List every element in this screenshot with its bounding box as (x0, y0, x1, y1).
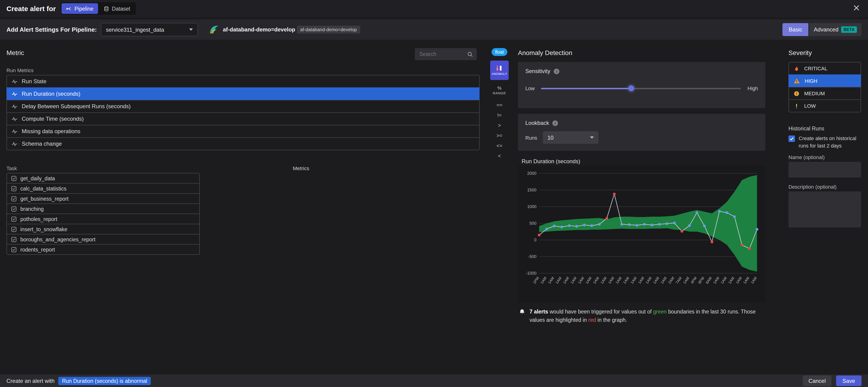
task-icon (11, 186, 17, 191)
note-green-word: green (653, 309, 666, 314)
task-label: calc_data_statistics (20, 186, 66, 191)
target-tab-pipeline[interactable]: Pipeline (62, 3, 98, 14)
slider-thumb[interactable] (628, 85, 634, 91)
target-tab-dataset[interactable]: Dataset (99, 3, 135, 14)
run-metric-row[interactable]: Compute Time (seconds) (6, 112, 479, 125)
dataset-icon (103, 6, 109, 11)
sensitivity-slider[interactable] (541, 88, 741, 89)
svg-text:1AM: 1AM (735, 276, 743, 285)
expected-range-band (539, 175, 757, 271)
operator-button[interactable]: <= (496, 140, 502, 151)
svg-text:8PM: 8PM (698, 276, 705, 285)
alert-description-input[interactable] (788, 191, 861, 227)
info-icon[interactable]: i (552, 120, 558, 126)
operator-button[interactable]: >= (496, 130, 502, 140)
metric-type-column: float ANOMALY % RANGE ==!=>>=<=< (488, 48, 510, 161)
info-icon[interactable]: i (554, 68, 560, 74)
run-metric-row[interactable]: Delay Between Subsequent Runs (seconds) (6, 100, 479, 113)
range-operator-label: RANGE (493, 91, 506, 95)
svg-text:1AM: 1AM (720, 276, 727, 285)
svg-text:1AM: 1AM (727, 276, 735, 285)
alert-name-input[interactable] (788, 162, 861, 178)
lookback-runs-value: 10 (547, 134, 554, 141)
data-point (756, 228, 758, 231)
task-row[interactable]: insert_to_snowflake (6, 224, 200, 234)
severity-row-medium[interactable]: MEDIUM (788, 87, 861, 100)
run-metric-row[interactable]: Schema change (6, 137, 479, 150)
svg-text:1AM: 1AM (592, 276, 600, 285)
operator-button[interactable]: < (498, 151, 501, 161)
svg-text:1500: 1500 (527, 188, 536, 192)
task-row[interactable]: rodents_report (6, 244, 200, 255)
advanced-mode-button[interactable]: Advanced BETA (809, 23, 862, 36)
run-metric-label: Delay Between Subsequent Runs (seconds) (22, 103, 131, 109)
metric-search (415, 48, 477, 60)
close-icon (853, 4, 860, 13)
data-point (628, 223, 631, 226)
severity-label: HIGH (805, 78, 817, 84)
severity-row-critical[interactable]: CRITICAL (788, 62, 861, 75)
metric-section-title: Metric (6, 49, 24, 56)
run-metric-row[interactable]: Run State (6, 75, 479, 88)
basic-mode-button[interactable]: Basic (783, 23, 808, 36)
anomaly-chart: 2000150010005000-500-10001PM1AM1AM1AM1AM… (518, 165, 765, 302)
task-row[interactable]: get_business_report (6, 193, 200, 204)
data-point (545, 227, 548, 230)
advanced-mode-label: Advanced (814, 26, 839, 33)
sensitivity-label: Sensitivity (525, 68, 550, 74)
anomaly-point (711, 241, 713, 244)
task-row[interactable]: calc_data_statistics (6, 183, 200, 194)
lookback-label: Lookback (525, 120, 549, 126)
svg-text:7AM: 7AM (675, 276, 683, 285)
task-row[interactable]: get_daily_data (6, 173, 200, 184)
lookback-panel: Lookback i Runs 10 (518, 114, 765, 151)
pipeline-select[interactable]: service311_ingest_data (101, 23, 198, 36)
lookback-runs-select[interactable]: 10 (543, 131, 598, 144)
metric-pulse-icon (11, 91, 18, 97)
metric-pulse-icon (11, 141, 18, 147)
run-metric-label: Missing data operations (22, 128, 81, 134)
task-icon (11, 196, 17, 201)
run-metric-row[interactable]: Missing data operations (6, 125, 479, 138)
chevron-down-icon (590, 136, 593, 139)
svg-text:1AM: 1AM (750, 276, 758, 285)
operator-button[interactable]: == (496, 100, 502, 110)
run-metric-label: Run State (22, 78, 46, 85)
range-operator-button[interactable]: % RANGE (493, 86, 506, 95)
comparison-operator-list: ==!=>>=<=< (496, 100, 502, 161)
anomaly-point (748, 247, 751, 250)
task-icon (11, 247, 17, 252)
data-point (703, 225, 706, 227)
anomaly-point (741, 244, 743, 247)
operator-button[interactable]: > (498, 120, 501, 130)
severity-row-high[interactable]: HIGH (788, 74, 861, 87)
data-point (636, 224, 638, 227)
close-button[interactable] (849, 0, 863, 17)
run-metric-label: Schema change (22, 140, 62, 147)
svg-text:500: 500 (529, 221, 536, 226)
task-icon (11, 175, 17, 181)
task-icon (11, 226, 17, 232)
footer-bar: Create an alert with Run Duration (secon… (0, 375, 868, 387)
cancel-button[interactable]: Cancel (803, 376, 832, 386)
historical-runs-option: Create alerts on historical runs for las… (788, 135, 863, 150)
task-row[interactable]: potholes_report (6, 214, 200, 224)
metrics-column-header: Metrics (259, 165, 343, 171)
bell-icon (519, 309, 525, 317)
save-button[interactable]: Save (836, 376, 862, 386)
svg-text:1AM: 1AM (562, 276, 570, 285)
search-input[interactable] (418, 51, 464, 57)
task-label: potholes_report (20, 216, 57, 222)
severity-row-low[interactable]: LOW (788, 99, 861, 112)
task-row[interactable]: branching (6, 203, 200, 214)
slider-fill (541, 88, 631, 89)
historical-runs-checkbox[interactable] (788, 135, 795, 142)
svg-text:1AM: 1AM (585, 276, 592, 285)
data-point (650, 224, 653, 226)
anomaly-operator-button[interactable]: ANOMALY (490, 61, 509, 80)
task-row[interactable]: boroughs_and_agencies_report (6, 234, 200, 245)
run-metric-row[interactable]: Run Duration (seconds) (6, 87, 479, 100)
operator-button[interactable]: != (497, 110, 502, 120)
pipeline-icon (66, 6, 72, 11)
footer-prefix: Create an alert with (6, 378, 55, 384)
